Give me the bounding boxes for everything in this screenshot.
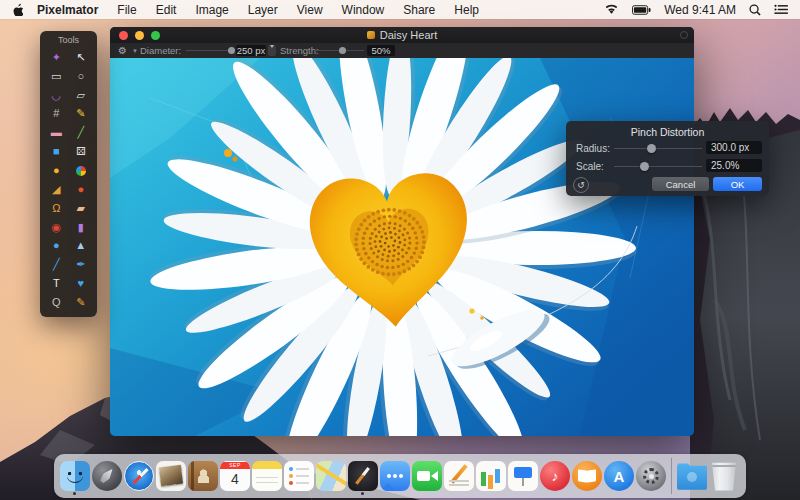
spotlight-icon[interactable] xyxy=(749,4,761,16)
smudge-tool-icon[interactable]: ╱ xyxy=(49,258,63,272)
dock-item-appstore[interactable]: A xyxy=(604,460,634,492)
dock-item-messages[interactable] xyxy=(380,460,410,492)
radius-slider-track[interactable] xyxy=(614,148,702,149)
type-tool-icon[interactable]: T xyxy=(49,277,63,291)
paint-bucket-tool-icon[interactable]: ◢ xyxy=(49,182,63,196)
dock-item-numbers[interactable] xyxy=(476,460,506,492)
clone-stamp-tool-icon[interactable]: Ω xyxy=(49,201,63,215)
line-tool-icon[interactable]: ╱ xyxy=(74,126,88,140)
menubar-clock[interactable]: Wed 9:41 AM xyxy=(664,3,736,17)
diameter-label: Diameter: xyxy=(140,43,181,58)
cancel-button[interactable]: Cancel xyxy=(652,177,709,191)
rect-select-tool-icon[interactable]: ▭ xyxy=(49,69,63,83)
diameter-stepper[interactable] xyxy=(268,45,276,56)
titlebar-action-button[interactable] xyxy=(680,31,688,39)
roll-tool-icon[interactable]: ⚄ xyxy=(74,145,88,159)
dock-item-maps[interactable] xyxy=(316,460,346,492)
photos-icon xyxy=(156,461,186,491)
dock-item-safari[interactable] xyxy=(124,460,154,492)
strength-slider-knob[interactable] xyxy=(339,47,346,54)
gear-icon[interactable]: ⚙ xyxy=(118,43,127,58)
color-drop-tool-icon[interactable]: ● xyxy=(74,182,88,196)
radius-slider[interactable] xyxy=(614,141,702,155)
wifi-icon[interactable] xyxy=(604,4,619,15)
downloads-icon xyxy=(677,461,707,491)
sponge-tool-icon[interactable]: ▮ xyxy=(74,220,88,234)
menu-file[interactable]: File xyxy=(117,3,136,17)
diameter-slider-knob[interactable] xyxy=(228,47,235,54)
sharpen-tool-icon[interactable]: ▲ xyxy=(74,239,88,253)
close-button[interactable] xyxy=(119,31,128,40)
canvas-daisy-image[interactable] xyxy=(110,58,694,436)
menu-edit[interactable]: Edit xyxy=(156,3,177,17)
heart-shape-tool-icon[interactable]: ♥ xyxy=(74,277,88,291)
radius-slider-knob[interactable] xyxy=(647,144,656,153)
menu-window[interactable]: Window xyxy=(342,3,385,17)
dock-item-keynote[interactable] xyxy=(508,460,538,492)
dock-item-pixelmator[interactable] xyxy=(348,460,378,492)
reset-button[interactable]: ↺ xyxy=(573,177,589,193)
menu-share[interactable]: Share xyxy=(403,3,435,17)
diameter-value-field[interactable]: 250 px xyxy=(236,45,266,56)
dock-item-launchpad[interactable] xyxy=(92,460,122,492)
notification-center-icon[interactable] xyxy=(774,4,788,15)
zoom-window-button[interactable] xyxy=(151,31,160,40)
move-tool-icon[interactable]: ↖ xyxy=(74,50,88,64)
chevron-down-icon: ▼ xyxy=(132,43,138,58)
dock-item-ibooks[interactable] xyxy=(572,460,602,492)
pen-tool-icon[interactable]: ✒ xyxy=(74,258,88,272)
calendar-icon: SEP4 xyxy=(220,461,250,491)
dock-item-facetime[interactable] xyxy=(412,460,442,492)
pencil-tool-icon[interactable]: ✎ xyxy=(74,107,88,121)
crop-tool-icon[interactable]: # xyxy=(49,107,63,121)
battery-icon[interactable] xyxy=(632,5,651,15)
gradient-tool-icon[interactable] xyxy=(76,166,86,176)
eraser-tool-icon[interactable]: ▬ xyxy=(49,126,63,140)
dock-item-calendar[interactable]: SEP4 xyxy=(220,460,250,492)
ok-button[interactable]: OK xyxy=(713,177,762,191)
minimize-button[interactable] xyxy=(135,31,144,40)
diameter-slider-track[interactable] xyxy=(186,50,234,51)
facetime-icon xyxy=(412,461,442,491)
red-eye-tool-icon[interactable]: ◉ xyxy=(49,220,63,234)
dock-item-trash[interactable] xyxy=(709,460,739,492)
notes-icon xyxy=(252,461,282,491)
menu-layer[interactable]: Layer xyxy=(248,3,278,17)
dock-item-reminders[interactable] xyxy=(284,460,314,492)
dock-item-pages[interactable] xyxy=(444,460,474,492)
rect-shape-tool-icon[interactable]: ■ xyxy=(49,145,63,159)
scale-slider-knob[interactable] xyxy=(640,162,649,171)
dock-item-photos[interactable] xyxy=(156,460,186,492)
strength-slider[interactable] xyxy=(314,43,364,58)
messages-icon xyxy=(380,461,410,491)
strength-value-field[interactable]: 50% xyxy=(367,45,395,56)
blur-tool-icon[interactable]: ● xyxy=(49,239,63,253)
dock-item-notes[interactable] xyxy=(252,460,282,492)
dock-item-sysprefs[interactable] xyxy=(636,460,666,492)
radius-value-field[interactable]: 300.0 px xyxy=(706,141,762,154)
menu-pixelmator[interactable]: Pixelmator xyxy=(37,3,98,17)
zoom-tool-icon[interactable]: Q xyxy=(49,296,63,310)
titlebar[interactable]: Daisy Heart xyxy=(110,27,694,43)
diameter-slider[interactable] xyxy=(186,43,234,58)
menu-help[interactable]: Help xyxy=(454,3,479,17)
dock-item-downloads[interactable] xyxy=(677,460,707,492)
poly-lasso-tool-icon[interactable]: ▱ xyxy=(74,88,88,102)
scale-slider-track[interactable] xyxy=(614,166,702,167)
sysprefs-icon xyxy=(636,461,666,491)
menu-image[interactable]: Image xyxy=(195,3,228,17)
healing-tool-icon[interactable]: ▰ xyxy=(74,201,88,215)
lasso-tool-icon[interactable]: ◡ xyxy=(49,88,63,102)
dock-item-itunes[interactable]: ♪ xyxy=(540,460,570,492)
ellipse-shape-tool-icon[interactable]: ● xyxy=(49,164,63,178)
scale-value-field[interactable]: 25.0% xyxy=(706,159,762,172)
dock-item-finder[interactable] xyxy=(60,460,90,492)
itunes-icon: ♪ xyxy=(540,461,570,491)
menu-view[interactable]: View xyxy=(297,3,323,17)
eyedropper-tool-icon[interactable]: ✎ xyxy=(74,296,88,310)
apple-menu[interactable] xyxy=(12,3,23,16)
scale-slider[interactable] xyxy=(614,159,702,173)
dock-item-contacts[interactable] xyxy=(188,460,218,492)
ellipse-select-tool-icon[interactable]: ○ xyxy=(74,69,88,83)
magic-wand-tool-icon[interactable]: ✦ xyxy=(49,50,63,64)
